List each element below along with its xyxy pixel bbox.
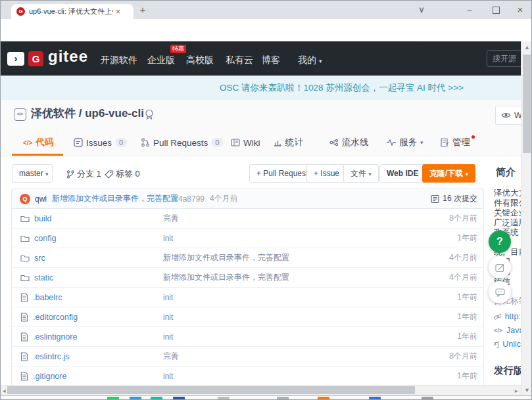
folder-icon (20, 254, 30, 262)
event-banner-link[interactable]: OSC 请你来轰趴啦！1028 苏州源创会，一起寻宝 AI 时代 >>> (220, 82, 464, 94)
homepage-link[interactable]: http: (494, 312, 521, 321)
nav-item-opensource[interactable]: 开源软件 (101, 53, 137, 66)
taskbar-app-icon (218, 397, 230, 400)
repo-owner-link[interactable]: 泽优软件 (31, 107, 76, 120)
file-link[interactable]: build (34, 214, 51, 223)
tag-icon (105, 170, 113, 179)
browser-tab[interactable]: G up6-vue-cli: 泽优大文件上传控 × (11, 4, 133, 19)
pull-request-icon (141, 138, 150, 147)
taskbar-app-icon (173, 397, 185, 400)
taskbar-app-icon (277, 397, 289, 400)
nav-item-education[interactable]: 高校版 (186, 53, 214, 66)
table-row[interactable]: .eslintrc.js 完善 8个月前 (11, 347, 484, 367)
file-link[interactable]: config (34, 234, 56, 243)
file-link[interactable]: .eslintignore (33, 332, 77, 342)
file-commit-message[interactable]: init (163, 234, 173, 243)
window-maximize-button[interactable] (489, 1, 502, 19)
tab-manage[interactable]: 管理 (441, 134, 470, 151)
scroll-up-arrow[interactable]: ▲ (524, 44, 530, 51)
file-commit-time: 8个月前 (449, 351, 477, 362)
window-minimize-button[interactable]: – (463, 1, 476, 19)
commit-author-link[interactable]: qwl (35, 194, 47, 204)
table-row[interactable]: .babelrc init 1年前 (11, 288, 484, 307)
file-link[interactable]: .gitignore (33, 372, 66, 381)
file-commit-message[interactable]: init (163, 293, 173, 302)
tab-wiki-label: Wiki (243, 138, 260, 148)
comment-icon (495, 288, 505, 297)
table-row[interactable]: src 新增添加文件或目录事件，完善配置 4个月前 (11, 248, 484, 268)
commit-message-link[interactable]: 新增添加文件或目录事件，完善配置 (52, 193, 178, 204)
file-commit-message[interactable]: init (163, 313, 173, 322)
tags-link[interactable]: 标签 0 (105, 168, 140, 180)
file-commit-message[interactable]: 新增添加文件或目录事件，完善配置 (163, 272, 289, 283)
commit-time: 4个月前 (210, 193, 238, 204)
file-icon (20, 372, 28, 381)
feedback-edit-button[interactable] (489, 256, 511, 278)
window-close-button[interactable]: × (514, 1, 527, 19)
language-link[interactable]: </> JavaS (494, 326, 521, 335)
file-commit-message[interactable]: 新增添加文件或目录事件，完善配置 (163, 252, 289, 263)
sidebar-toggle-icon[interactable]: › (7, 52, 24, 66)
file-commit-message[interactable]: 完善 (163, 213, 179, 224)
tab-statistics-label: 统计 (285, 137, 303, 148)
table-row[interactable]: static 新增添加文件或目录事件，完善配置 4个月前 (11, 268, 484, 288)
code-icon: </> (23, 139, 32, 146)
file-commit-message[interactable]: 完善 (163, 351, 179, 362)
scroll-down-arrow[interactable]: ▼ (524, 387, 530, 393)
services-icon (387, 139, 396, 146)
commits-count-link[interactable]: 16 次提交 (431, 193, 477, 204)
tab-services[interactable]: 服务 ▾ (387, 134, 423, 151)
table-row[interactable]: .editorconfig init 1年前 (11, 307, 484, 327)
tab-wiki[interactable]: Wiki (231, 134, 260, 151)
repo-name-link[interactable]: up6-vue-cli (85, 107, 144, 120)
tab-pull-requests[interactable]: Pull Requests 0 (141, 134, 223, 151)
table-row[interactable]: .gitignore init 1年前 (11, 367, 484, 386)
nav-item-private-cloud[interactable]: 私有云 (226, 53, 253, 66)
scroll-right-arrow[interactable]: ▸ (515, 388, 518, 394)
file-commit-message[interactable]: init (163, 372, 173, 381)
window-chevron-icon[interactable]: ∨ (415, 1, 428, 19)
gitee-logo-text[interactable]: gitee (48, 47, 88, 66)
commit-author-avatar[interactable]: Q (20, 194, 30, 204)
tab-code[interactable]: </> 代码 (23, 134, 53, 151)
horizontal-scrollbar-thumb[interactable] (7, 386, 415, 394)
gitee-logo-icon[interactable]: G (28, 51, 43, 66)
browser-window: G up6-vue-cli: 泽优大文件上传控 × + ∨ – × ← → ↻ … (0, 0, 532, 400)
file-button[interactable]: 文件 ▾ (343, 164, 379, 183)
tab-issues[interactable]: Issues 0 (74, 134, 127, 151)
issue-button[interactable]: + Issue (306, 164, 347, 183)
file-commit-time: 1年前 (457, 311, 477, 322)
tab-statistics[interactable]: 统计 (274, 134, 303, 151)
file-link[interactable]: static (34, 273, 53, 282)
tab-pipeline-label: 流水线 (342, 137, 369, 148)
license-link[interactable]: Unlic (494, 340, 521, 349)
scroll-left-arrow[interactable]: ◂ (3, 388, 6, 394)
nav-item-mine[interactable]: 我的 ▾ (298, 53, 322, 66)
file-commit-message[interactable]: init (163, 332, 173, 342)
vertical-scrollbar-thumb[interactable] (523, 55, 531, 153)
table-row[interactable]: config init 1年前 (11, 229, 484, 248)
nav-item-enterprise[interactable]: 企业版 (147, 53, 175, 66)
link-chain-icon (494, 313, 501, 321)
notification-dot (472, 135, 475, 139)
file-link[interactable]: .editorconfig (33, 313, 78, 322)
commit-sha[interactable]: c4a8799 (174, 194, 205, 204)
table-row[interactable]: build 完善 8个月前 (11, 209, 484, 229)
branch-selector[interactable]: master ▾ (12, 164, 53, 183)
commits-icon (431, 194, 439, 204)
file-link[interactable]: .babelrc (33, 293, 62, 302)
comment-button[interactable] (489, 281, 511, 303)
file-link[interactable]: src (34, 254, 45, 263)
tab-close-icon[interactable]: × (116, 7, 120, 16)
branches-link[interactable]: 分支 1 (66, 168, 101, 180)
nav-item-blog[interactable]: 博客 (262, 53, 280, 66)
pull-request-button[interactable]: + Pull Request (249, 164, 315, 183)
clone-download-button[interactable]: 克隆/下载 ▾ (422, 164, 475, 183)
web-ide-button[interactable]: Web IDE (379, 164, 425, 183)
repo-medal-icon[interactable] (144, 109, 155, 120)
tab-pipeline[interactable]: 流水线 (329, 134, 369, 151)
help-button[interactable]: ? (489, 231, 511, 253)
file-link[interactable]: .eslintrc.js (33, 352, 70, 361)
table-row[interactable]: .eslintignore init 1年前 (11, 327, 484, 347)
new-tab-button[interactable]: + (136, 1, 149, 19)
